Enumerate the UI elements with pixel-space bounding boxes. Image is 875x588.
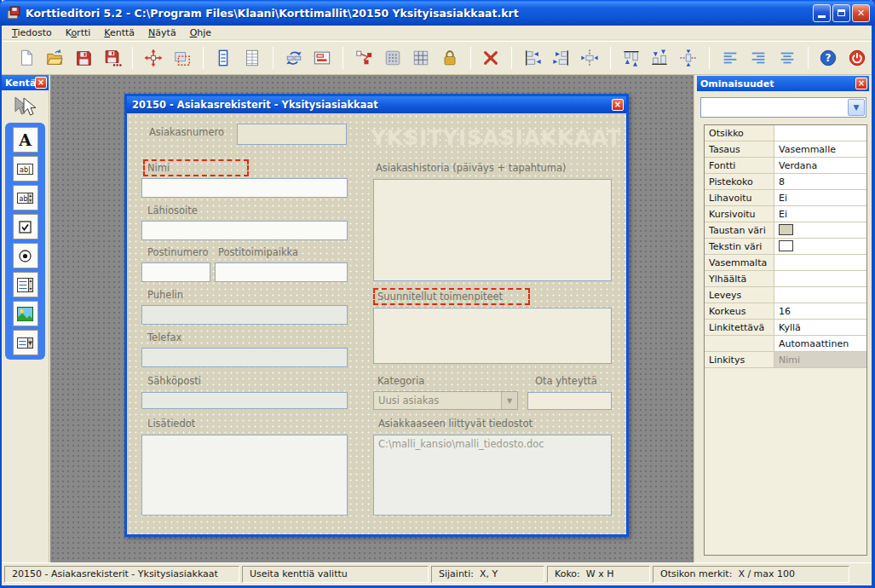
delete-button[interactable] xyxy=(480,47,503,70)
menu-nayta[interactable]: Näytä xyxy=(141,26,183,39)
save-as-button[interactable] xyxy=(101,47,124,70)
field-input-postitoimipaikka[interactable] xyxy=(215,262,348,282)
field-listbox-tiedostot[interactable]: C:\malli_kansio\malli_tiedosto.doc xyxy=(373,435,612,516)
field-label-postitoimipaikka[interactable]: Postitoimipaikka xyxy=(218,246,298,258)
grid-lines-button[interactable] xyxy=(410,47,433,70)
title-bar[interactable]: Korttieditori 5.2 - C:\Program Files\Kla… xyxy=(0,0,875,26)
link-fields-button[interactable] xyxy=(353,47,376,70)
property-value[interactable]: Kyllä xyxy=(774,320,866,335)
minimize-button[interactable] xyxy=(813,4,831,22)
field-label-telefax[interactable]: Telefax xyxy=(147,331,181,343)
chevron-down-icon[interactable]: ▼ xyxy=(848,99,865,116)
background-color-swatch[interactable] xyxy=(779,224,793,235)
field-input-sahkoposti[interactable] xyxy=(141,392,348,409)
menu-ohje[interactable]: Ohje xyxy=(183,26,218,39)
field-label-postinumero[interactable]: Postinumero xyxy=(147,246,209,258)
field-label-puhelin[interactable]: Puhelin xyxy=(147,289,183,301)
align-top-edges-button[interactable] xyxy=(619,47,642,70)
property-value[interactable]: 8 xyxy=(774,174,866,189)
grid-dots-button[interactable] xyxy=(381,47,404,70)
maximize-button[interactable] xyxy=(832,4,850,22)
field-input-nimi[interactable] xyxy=(141,178,348,198)
field-label-sahkoposti[interactable]: Sähköposti xyxy=(147,375,201,387)
field-input-telefax[interactable] xyxy=(141,348,348,367)
spinbox-tool-button[interactable]: ab xyxy=(13,185,38,210)
properties-panel-close-icon[interactable]: × xyxy=(855,78,867,89)
table-layout-button[interactable] xyxy=(241,47,264,70)
field-label-asiakasnumero[interactable]: Asiakasnumero xyxy=(149,126,224,138)
field-selector-combobox[interactable]: ▼ xyxy=(700,97,866,118)
field-input-puhelin[interactable] xyxy=(141,305,348,325)
property-value[interactable] xyxy=(774,125,866,141)
close-button[interactable]: ✕ xyxy=(852,4,870,22)
card-watermark-label[interactable]: YKSITYISASIAKKAAT xyxy=(371,125,614,150)
field-combobox-kategoria[interactable]: Uusi asiakas ▼ xyxy=(373,391,518,410)
card-window-close-icon[interactable]: × xyxy=(612,99,624,111)
field-input-ota-yhteytta[interactable] xyxy=(527,392,612,410)
property-value[interactable]: Automaattinen xyxy=(774,336,866,351)
tiedostot-list-item[interactable]: C:\malli_kansio\malli_tiedosto.doc xyxy=(378,438,544,450)
property-value[interactable]: 16 xyxy=(774,303,866,319)
properties-panel-header[interactable]: Ominaisuudet × xyxy=(697,76,869,91)
text-align-right-button[interactable] xyxy=(747,47,770,70)
checkbox-tool-button[interactable] xyxy=(13,214,38,239)
field-label-nimi[interactable]: Nimi xyxy=(143,159,249,176)
field-input-postinumero[interactable] xyxy=(141,262,210,282)
help-button[interactable]: ? xyxy=(817,47,840,70)
align-left-edges-button[interactable] xyxy=(521,47,544,70)
resize-field-button[interactable] xyxy=(171,47,194,70)
exit-button[interactable] xyxy=(846,47,869,70)
image-tool-button[interactable] xyxy=(13,301,38,326)
field-label-kategoria[interactable]: Kategoria xyxy=(377,375,424,387)
lock-button[interactable] xyxy=(438,47,461,70)
text-align-center-button[interactable] xyxy=(776,47,799,70)
property-value[interactable]: Nimi xyxy=(774,352,866,367)
text-align-left-button[interactable] xyxy=(718,47,741,70)
save-button[interactable] xyxy=(72,47,95,70)
center-vertical-button[interactable] xyxy=(677,47,700,70)
property-value[interactable]: Ei xyxy=(774,206,866,222)
field-textarea-asiakashistoria[interactable] xyxy=(373,179,612,281)
field-label-lahiosoite[interactable]: Lähiosoite xyxy=(147,205,198,216)
select-tool-icon[interactable] xyxy=(9,95,42,123)
field-textarea-suunnitellut-toimenpiteet[interactable] xyxy=(373,308,612,364)
card-layout-button[interactable] xyxy=(311,47,334,70)
fields-panel-header[interactable]: Kentät × xyxy=(2,75,49,90)
label-tool-button[interactable]: A xyxy=(13,127,38,153)
align-bottom-edges-button[interactable] xyxy=(648,47,671,70)
menu-tiedosto[interactable]: Tiedosto xyxy=(5,26,59,39)
text-color-swatch[interactable] xyxy=(779,240,793,251)
listbox-tool-button[interactable] xyxy=(13,272,38,297)
chevron-down-icon[interactable]: ▼ xyxy=(501,392,517,409)
radiobutton-tool-button[interactable] xyxy=(13,243,38,268)
field-textarea-lisatiedot[interactable] xyxy=(141,435,348,516)
property-value[interactable]: Vasemmalle xyxy=(774,141,866,157)
property-value[interactable] xyxy=(774,287,866,303)
fields-panel-close-icon[interactable]: × xyxy=(35,77,47,89)
menu-kortti[interactable]: Kortti xyxy=(59,26,98,39)
textbox-tool-button[interactable]: ab| xyxy=(13,156,38,182)
card-window-titlebar[interactable]: 20150 - Asiakasrekisterit - Yksitysiasia… xyxy=(127,96,626,113)
field-input-lahiosoite[interactable] xyxy=(141,221,348,240)
field-label-tiedostot[interactable]: Asiakkaaseen liittyvät tiedostot xyxy=(378,418,532,429)
field-label-suunnitellut-toimenpiteet[interactable]: Suunnitellut toimenpiteet xyxy=(373,288,530,305)
new-document-button[interactable] xyxy=(15,47,38,70)
property-value[interactable] xyxy=(774,239,866,254)
combobox-tool-button[interactable] xyxy=(13,330,38,355)
open-folder-button[interactable] xyxy=(43,47,66,70)
property-value[interactable] xyxy=(774,222,866,238)
column-layout-button[interactable] xyxy=(212,47,235,70)
align-right-edges-button[interactable] xyxy=(550,47,573,70)
move-field-button[interactable] xyxy=(142,47,165,70)
center-horizontal-button[interactable] xyxy=(579,47,602,70)
swap-fields-button[interactable] xyxy=(282,47,305,70)
property-value[interactable] xyxy=(774,255,866,270)
field-label-ota-yhteytta[interactable]: Ota yhteyttä xyxy=(535,375,597,387)
property-value[interactable]: Verdana xyxy=(774,158,866,173)
property-value[interactable] xyxy=(774,271,866,286)
field-input-asiakasnumero[interactable] xyxy=(237,124,347,145)
field-label-lisatiedot[interactable]: Lisätiedot xyxy=(147,418,195,429)
menu-kentta[interactable]: Kenttä xyxy=(97,26,141,39)
property-value[interactable]: Ei xyxy=(774,190,866,205)
field-label-asiakashistoria[interactable]: Asiakashistoria (päiväys + tapahtuma) xyxy=(376,162,567,174)
